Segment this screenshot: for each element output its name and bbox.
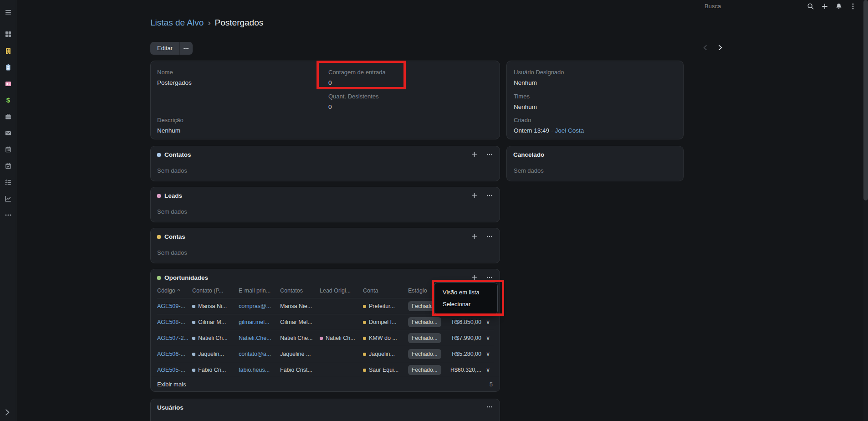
account-cell: Prefeitur... bbox=[363, 298, 408, 314]
plus-icon[interactable] bbox=[821, 3, 828, 10]
add-icon[interactable] bbox=[471, 233, 478, 241]
panel-menu-icon[interactable] bbox=[486, 404, 493, 412]
ellipsis-icon[interactable] bbox=[5, 211, 12, 219]
menu-icon[interactable] bbox=[5, 9, 12, 16]
lead-cell: Natieli Ch... bbox=[320, 330, 363, 346]
column-header[interactable]: E-mail prin... bbox=[239, 284, 280, 298]
add-icon[interactable] bbox=[471, 192, 478, 200]
created-by-user-link[interactable]: Joel Costa bbox=[555, 127, 584, 134]
row-actions-caret-icon[interactable]: ∨ bbox=[486, 351, 490, 357]
field-assigned-user: Usuário Designado Nenhum bbox=[514, 69, 564, 86]
email-link[interactable]: fabio.heus... bbox=[239, 367, 270, 373]
row-actions-caret-icon[interactable]: ∨ bbox=[486, 335, 490, 341]
kebab-icon[interactable] bbox=[849, 3, 857, 10]
contacts-cell: Marisa Nie... bbox=[280, 298, 320, 314]
next-record-icon[interactable] bbox=[717, 44, 724, 53]
panel-title: Oportunidades bbox=[164, 274, 208, 281]
checklist-icon[interactable] bbox=[5, 179, 12, 186]
panel-menu-icon[interactable] bbox=[486, 192, 493, 200]
address-card-icon[interactable] bbox=[5, 80, 12, 87]
email-link[interactable]: compras@... bbox=[239, 303, 271, 309]
edit-button[interactable]: Editar bbox=[150, 42, 179, 55]
row-actions-caret-icon[interactable]: ∨ bbox=[486, 319, 490, 325]
opportunity-code-link[interactable]: AGE509-... bbox=[157, 303, 185, 309]
briefcase-icon[interactable] bbox=[5, 113, 12, 120]
annotation-highlight-context-menu bbox=[432, 280, 504, 316]
building-icon[interactable] bbox=[5, 47, 12, 55]
annotation-highlight-entry-count bbox=[317, 61, 406, 89]
column-header[interactable]: Contato (P... bbox=[192, 284, 239, 298]
lead-cell bbox=[320, 362, 363, 378]
record-count: 5 bbox=[490, 377, 493, 391]
sidebar: $ bbox=[0, 0, 16, 421]
contacts-cell: Jaqueline ... bbox=[280, 346, 320, 362]
calendar-check-icon[interactable] bbox=[5, 162, 12, 169]
field-value: Nenhum bbox=[157, 127, 184, 134]
edit-more-icon[interactable] bbox=[180, 42, 193, 55]
contacts-cell: Fabio Crist... bbox=[280, 362, 320, 378]
contact-cell: Natieli Ch... bbox=[192, 330, 239, 346]
field-teams: Times Nenhum bbox=[514, 93, 537, 110]
opportunity-code-link[interactable]: AGE507-2... bbox=[157, 335, 189, 341]
field-created: Criado Ontem 13:49·Joel Costa bbox=[514, 117, 584, 134]
bell-icon[interactable] bbox=[835, 3, 842, 10]
contact-cell: Gilmar M... bbox=[192, 314, 239, 330]
table-row: AGE505-...Fabio Cri...fabio.heus...Fabio… bbox=[157, 362, 494, 378]
column-header[interactable]: Lead Origi... bbox=[320, 284, 363, 298]
dollar-icon[interactable]: $ bbox=[5, 97, 12, 104]
row-actions-caret-icon[interactable]: ∨ bbox=[486, 367, 490, 373]
record-bullet bbox=[192, 353, 195, 356]
contacts-cell: Gilmar Mel... bbox=[280, 314, 320, 330]
record-bullet bbox=[363, 337, 366, 340]
stage-badge: Fechado... bbox=[408, 317, 441, 327]
sort-asc-icon: ^ bbox=[178, 288, 180, 293]
field-nome: Nome Postergados bbox=[157, 69, 192, 86]
panel-menu-icon[interactable] bbox=[486, 233, 493, 241]
stage-badge: Fechado... bbox=[408, 349, 441, 359]
field-value: Nenhum bbox=[514, 79, 564, 86]
value-cell: R$6.850,00 bbox=[444, 314, 482, 330]
contact-cell: Jaquelin... bbox=[192, 346, 239, 362]
email-link[interactable]: gilmar.mel... bbox=[239, 319, 269, 325]
field-descricao: Descrição Nenhum bbox=[157, 117, 184, 134]
envelope-icon[interactable] bbox=[5, 129, 12, 137]
show-more-link[interactable]: Exibir mais bbox=[157, 377, 186, 391]
column-header[interactable]: Conta bbox=[363, 284, 408, 298]
scrollbar-thumb[interactable] bbox=[863, 0, 868, 200]
column-header[interactable]: Contatos bbox=[280, 284, 320, 298]
search-input[interactable]: Busca bbox=[705, 3, 721, 10]
panel-bullet bbox=[157, 276, 161, 280]
record-bullet bbox=[363, 321, 366, 324]
breadcrumb-parent-link[interactable]: Listas de Alvo bbox=[150, 18, 204, 27]
panel-menu-icon[interactable] bbox=[486, 151, 493, 159]
field-label: Quant. Desistentes bbox=[328, 93, 379, 100]
empty-state-text: Sem dados bbox=[157, 167, 187, 174]
field-opted-out: Quant. Desistentes 0 bbox=[328, 93, 379, 110]
grid-icon[interactable] bbox=[5, 31, 12, 38]
page-title: Postergados bbox=[215, 18, 264, 27]
expand-sidebar-icon[interactable] bbox=[3, 408, 11, 416]
panel-bullet bbox=[157, 194, 161, 198]
record-bullet bbox=[192, 337, 195, 340]
calendar-icon[interactable] bbox=[5, 146, 12, 153]
empty-state-text: Sem dados bbox=[157, 208, 187, 215]
panel-title: Contas bbox=[164, 233, 185, 240]
search-icon[interactable] bbox=[807, 3, 814, 10]
side-info-panel: Usuário Designado Nenhum Times Nenhum Cr… bbox=[506, 61, 684, 139]
opportunity-code-link[interactable]: AGE506-... bbox=[157, 351, 185, 357]
record-bullet bbox=[320, 337, 323, 340]
previous-record-icon[interactable] bbox=[702, 44, 709, 53]
record-bullet bbox=[363, 353, 366, 356]
leads-panel: Leads Sem dados bbox=[150, 187, 500, 222]
opportunity-code-link[interactable]: AGE505-... bbox=[157, 367, 185, 373]
email-link[interactable]: contato@a... bbox=[239, 351, 271, 357]
chart-line-icon[interactable] bbox=[5, 195, 12, 202]
opportunity-code-link[interactable]: AGE508-... bbox=[157, 319, 185, 325]
contact-cell: Fabio Cri... bbox=[192, 362, 239, 378]
value-cell: R$60.320,... bbox=[444, 362, 482, 378]
id-badge-icon[interactable] bbox=[5, 64, 12, 71]
email-link[interactable]: Natieli.Che... bbox=[239, 335, 271, 341]
add-icon[interactable] bbox=[471, 151, 478, 159]
value-cell: R$7.990,00 bbox=[444, 330, 482, 346]
column-header[interactable]: Código^ bbox=[157, 284, 192, 298]
